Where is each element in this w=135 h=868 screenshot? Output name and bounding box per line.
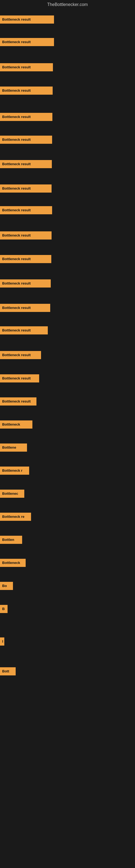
bottleneck-result-item: Bottleneck result	[0, 113, 52, 121]
site-title: TheBottlenecker.com	[0, 0, 135, 9]
bottleneck-result-item: Bottleneck result	[0, 326, 48, 335]
bottleneck-result-item: B	[0, 605, 8, 613]
bottleneck-result-item: Bottleneck	[0, 421, 32, 429]
bottleneck-result-item: Bottleneck result	[0, 374, 39, 382]
bottleneck-result-item: Bottleneck r	[0, 467, 29, 475]
bottleneck-result-item: Bottleneck result	[0, 304, 50, 312]
bottleneck-result-item: Bottlen	[0, 536, 22, 544]
bottleneck-result-item: Bottleneck result	[0, 231, 52, 240]
bottleneck-result-item: I	[0, 638, 4, 646]
bottleneck-result-item: Bottleneck result	[0, 87, 53, 95]
bottleneck-result-item: Bottlene	[0, 443, 27, 452]
bottleneck-result-item: Bottleneck result	[0, 160, 52, 168]
bottleneck-result-item: Bottleneck result	[0, 255, 51, 263]
bottleneck-result-item: Bottleneck result	[0, 351, 41, 359]
bottleneck-result-item: Bottleneck result	[0, 279, 51, 287]
bottleneck-result-item: Bottleneck	[0, 559, 26, 567]
bottleneck-result-item: Bott	[0, 667, 16, 675]
bottleneck-result-item: Bottleneck result	[0, 16, 54, 24]
bottleneck-result-item: Bottlenec	[0, 490, 24, 498]
bottleneck-result-item: Bottleneck result	[0, 184, 52, 193]
bottleneck-result-item: Bottleneck result	[0, 63, 53, 71]
bottleneck-result-item: Bottleneck re	[0, 513, 31, 521]
bottleneck-result-item: Bottleneck result	[0, 206, 52, 214]
bottleneck-result-item: Bottleneck result	[0, 38, 54, 46]
bottleneck-result-item: Bottleneck result	[0, 397, 37, 405]
bottleneck-result-item: Bo	[0, 582, 13, 590]
bottleneck-result-item: Bottleneck result	[0, 135, 52, 144]
